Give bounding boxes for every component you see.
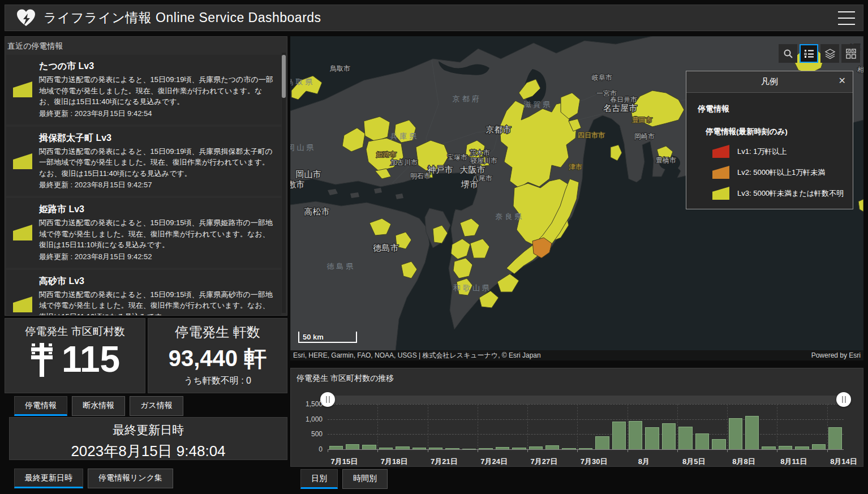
datazoom-slider[interactable] [328, 396, 844, 404]
stat-municipality-label: 停電発生 市区町村数 [5, 324, 145, 339]
info-tab-bar: 停電情報 断水情報 ガス情報 [14, 396, 183, 416]
list-item[interactable]: たつの市 Lv3関西電力送配電の発表によると、15日09:19頃、兵庫県たつの市… [6, 55, 281, 124]
legend-entry-label: Lv1: 1万軒以上 [737, 147, 787, 157]
chart-x-tick-label: 7月30日 [571, 457, 617, 467]
map-toolbar [779, 44, 860, 63]
app-header: ライフライン情報 Online Service Dashboards [5, 5, 863, 31]
chart-bar-7月20日 [412, 448, 426, 449]
map-place-label: 岡山市 [296, 169, 321, 179]
scalebar-label: 50 km [303, 333, 324, 341]
map[interactable]: 鳥取市鳥取県京都府滋賀県兵庫県岡山県奈良県和歌山県徳島県京都市大阪市神戸市岡山市… [290, 36, 863, 360]
news-item-body: 関西電力送配電の発表によると、15日09:15頃、兵庫県姫路市の一部地域で停電が… [39, 217, 274, 251]
map-place-label: 兵庫県 [390, 132, 419, 140]
stat-municipality-card: 停電発生 市区町村数 115 [5, 318, 145, 393]
chart-bar-8月12日 [795, 446, 809, 449]
map-place-label: 八尾市 [472, 174, 492, 182]
chart-y-tick-label: 500 [294, 430, 323, 438]
chart-x-tick-label: 8月11日 [771, 457, 817, 467]
outage-flag-icon [13, 297, 32, 312]
chart-x-tick [677, 449, 678, 452]
chart-bar-7月19日 [396, 446, 409, 449]
chart-bar-7月22日 [445, 448, 459, 449]
legend-swatch [712, 166, 729, 179]
stat-households-label: 停電発生 軒数 [148, 323, 287, 341]
map-place-label: 四日市市 [578, 131, 605, 139]
news-item-updated: 最終更新 : 2023年8月15日 9:42:54 [39, 109, 274, 119]
tab-daily[interactable]: 日別 [300, 469, 338, 489]
tab-gas-info[interactable]: ガス情報 [130, 396, 183, 416]
list-item[interactable]: 揖保郡太子町 Lv3関西電力送配電の発表によると、15日09:19頃、兵庫県揖保… [6, 127, 281, 196]
scrollbar-thumb[interactable] [282, 55, 286, 98]
tab-last-updated[interactable]: 最終更新日時 [14, 469, 83, 488]
chart-bar-8月13日 [812, 444, 826, 449]
chart-vgridline [577, 404, 578, 449]
list-item[interactable]: 姫路市 Lv3関西電力送配電の発表によると、15日09:15頃、兵庫県姫路市の一… [6, 198, 281, 268]
news-item-body: 関西電力送配電の発表によると、15日09:15頃、兵庫県高砂市の一部地域で停電が… [39, 289, 274, 316]
chart-plot-area: 7月15日7月18日7月21日7月24日7月27日7月30日8月8月5日8月8日… [328, 404, 844, 450]
map-scalebar: 50 km [298, 332, 357, 343]
chart-x-tick [777, 449, 777, 452]
chart-bar-8月3日 [645, 427, 659, 449]
stat-municipality-value: 115 [62, 341, 120, 377]
news-item-body: 関西電力送配電の発表によると、15日09:19頃、兵庫県たつの市の一部地域で停電… [39, 74, 274, 108]
news-item-title: 姫路市 Lv3 [39, 204, 274, 216]
map-place-label: 京都市 [486, 124, 512, 134]
layers-icon[interactable] [820, 44, 839, 63]
news-list: たつの市 Lv3関西電力送配電の発表によると、15日09:19頃、兵庫県たつの市… [5, 55, 287, 316]
outage-flag-icon [13, 225, 32, 240]
news-panel-title: 直近の停電情報 [5, 37, 287, 55]
map-place-label: 敷市 [290, 179, 304, 189]
map-place-label: 明石市 [410, 172, 431, 180]
menu-icon[interactable] [837, 10, 856, 27]
chart-bar-8月7日 [712, 439, 725, 449]
chart-x-tick-label: 7月27日 [521, 457, 566, 467]
chart-gridline [328, 434, 844, 435]
stat-households-value: 93,440 軒 [148, 347, 287, 370]
datazoom-right-handle[interactable] [836, 392, 851, 407]
scrollbar[interactable] [282, 53, 286, 313]
chart-bar-7月25日 [496, 447, 509, 449]
chart-x-tick-label: 7月24日 [471, 457, 517, 467]
chart-bar-8月14日 [828, 427, 842, 449]
news-item-title: たつの市 Lv3 [39, 61, 274, 72]
attribution-text: Esri, HERE, Garmin, FAO, NOAA, USGS | 株式… [293, 351, 541, 360]
chart-x-tick-label: 8月8日 [721, 457, 766, 467]
basemap-gallery-icon[interactable] [841, 44, 860, 63]
chart-x-tick [478, 449, 478, 452]
chart-vgridline [827, 404, 828, 449]
map-place-label: 寝屋川市 [470, 157, 497, 165]
chart-x-tick [527, 449, 528, 452]
tab-outage-info[interactable]: 停電情報 [14, 396, 67, 416]
last-updated-title: 最終更新日時 [10, 422, 287, 438]
chart-bar-7月29日 [562, 448, 575, 449]
tab-outage-links[interactable]: 停電情報リンク集 [88, 469, 173, 488]
chart-vgridline [377, 404, 378, 449]
chart-bar-8月4日 [662, 423, 676, 449]
map-place-label: 神戸市 [428, 165, 453, 174]
tab-water-info[interactable]: 断水情報 [72, 396, 125, 416]
chart-bar-7月26日 [512, 448, 526, 449]
search-icon[interactable] [779, 44, 797, 63]
legend-entry: Lv3: 5000軒未満または軒数不明 [712, 187, 853, 200]
map-place-label: 岡崎市 [634, 132, 655, 140]
chart-x-tick-label: 7月18日 [372, 457, 417, 467]
close-icon[interactable]: ✕ [839, 75, 846, 86]
outage-flag-icon [13, 153, 32, 169]
map-place-label: 和歌山県 [453, 283, 492, 292]
map-place-label: 徳島県 [327, 262, 356, 270]
chart-bar-8月8日 [729, 418, 742, 449]
map-place-label: 豊田市 [632, 116, 652, 124]
map-place-label: 茨木市 [470, 149, 490, 157]
list-item[interactable]: 高砂市 Lv3関西電力送配電の発表によると、15日09:15頃、兵庫県高砂市の一… [6, 270, 281, 316]
legend-icon[interactable] [800, 44, 818, 63]
chart-bar-8月10日 [762, 446, 775, 449]
chart-bar-8月11日 [779, 446, 792, 449]
chart-vgridline [527, 404, 528, 449]
chart-vgridline [428, 404, 428, 449]
legend-panel: 凡例 ✕ 停電情報 停電情報(最新時刻のみ) Lv1: 1万軒以上Lv2: 50… [686, 71, 853, 209]
legend-header: 凡例 ✕ [686, 71, 853, 93]
chart-bar-7月24日 [479, 448, 492, 449]
map-place-label: 高松市 [304, 207, 330, 216]
tab-hourly[interactable]: 時間別 [342, 469, 388, 489]
legend-title: 凡例 [761, 76, 778, 87]
